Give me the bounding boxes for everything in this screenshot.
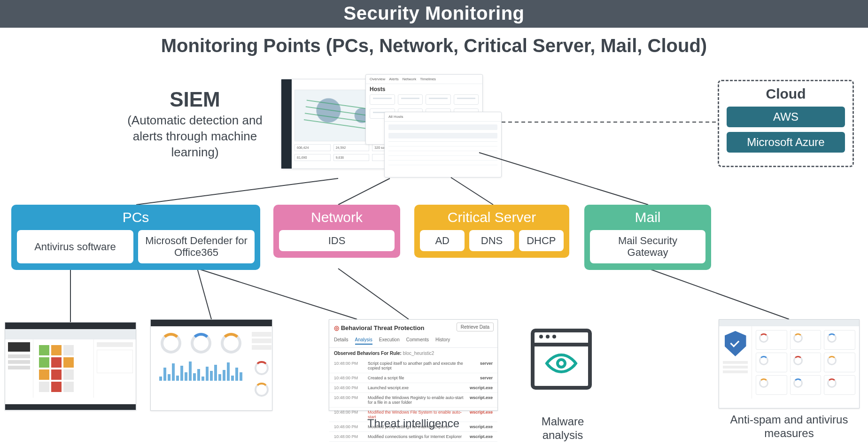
eye-icon [544,353,579,374]
chip-antivirus: Antivirus software [17,230,133,263]
chip-dhcp: DHCP [519,230,564,251]
chip-mail-gateway: Mail Security Gateway [590,230,705,263]
ids-rule-name: bloc_heuristic2 [403,351,434,356]
svg-point-10 [558,360,565,367]
siem-stat: 24,592 [333,144,370,151]
caption-mail: Anti-spam and antivirus measures [719,413,860,440]
category-network: Network IDS [273,205,400,258]
svg-line-8 [338,269,409,319]
ids-tab-analysis[interactable]: Analysis [355,337,372,345]
ids-panel-title: Behavioral Threat Protection [341,324,425,331]
chip-defender: Microsoft Defender for Office365 [138,230,255,263]
siem-allhosts-card: All Hosts [384,112,502,177]
category-pcs: PCs Antivirus software Microsoft Defende… [11,205,260,270]
thumb-mail [719,319,860,408]
top-bar: Security Monitoring [0,0,868,28]
malware-analysis-icon [531,329,592,404]
ids-tab-history[interactable]: History [435,337,450,345]
category-pcs-title: PCs [17,209,255,225]
caption-threat-intel: Threat intelligence [329,417,498,430]
category-critical-server: Critical Server AD DNS DHCP [414,205,569,258]
siem-dashboard-thumb: 606,424 24,592 320 source 81,690 9,636 O… [281,79,502,178]
category-mail-title: Mail [590,209,705,225]
ids-tab-details[interactable]: Details [334,337,349,345]
siem-title: SIEM [115,89,275,110]
thumb-defender [150,319,272,411]
category-network-title: Network [279,209,395,225]
cloud-box: Cloud AWS Microsoft Azure [718,80,854,167]
ids-tabs: Details Analysis Execution Comments Hist… [329,334,497,348]
top-bar-title: Security Monitoring [343,3,524,23]
category-mail: Mail Mail Security Gateway [584,205,711,270]
page-heading: Monitoring Points (PCs, Network, Critica… [0,35,868,56]
svg-line-0 [136,178,338,205]
siem-stat: 9,636 [333,154,370,161]
chip-ids: IDS [279,230,395,251]
svg-line-2 [451,177,493,205]
siem-label-block: SIEM (Automatic detection and alerts thr… [115,89,275,160]
svg-line-3 [479,153,648,205]
cloud-tag-azure: Microsoft Azure [727,132,845,153]
chip-ad: AD [420,230,465,251]
thumb-antivirus [5,322,136,410]
svg-line-1 [338,178,390,205]
svg-line-9 [648,269,789,319]
shield-icon [725,331,746,356]
cloud-tag-aws: AWS [727,107,845,127]
siem-hosts-title: Hosts [366,84,482,92]
siem-allhosts-title: All Hosts [388,115,403,119]
siem-subtitle: (Automatic detection and alerts through … [115,113,275,160]
siem-stat: 81,690 [294,154,331,161]
category-server-title: Critical Server [420,209,564,225]
svg-line-6 [197,269,211,319]
caption-malware: Malware analysis [520,415,605,442]
chip-dns: DNS [469,230,514,251]
ids-tab-comments[interactable]: Comments [406,337,429,345]
cloud-title: Cloud [727,86,845,102]
ids-section-label: Observed Behaviors For Rule: [334,351,402,356]
ids-retrieve-button[interactable]: Retrieve Data [457,323,494,331]
ids-tab-execution[interactable]: Execution [379,337,400,345]
thumb-ids: ◎ Behavioral Threat Protection Retrieve … [329,319,498,411]
svg-line-7 [197,269,357,319]
siem-stat: 606,424 [294,144,331,151]
